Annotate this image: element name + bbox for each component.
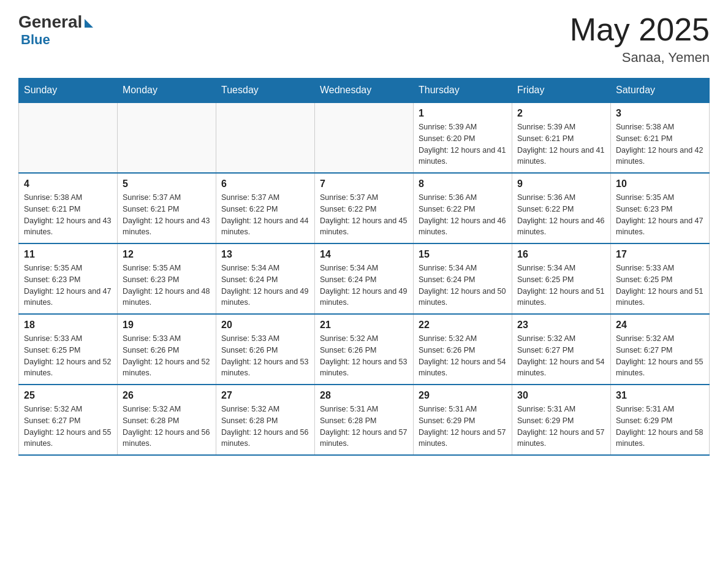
day-info: Sunrise: 5:32 AMSunset: 6:26 PMDaylight:…: [419, 333, 507, 379]
calendar-cell: 28Sunrise: 5:31 AMSunset: 6:28 PMDayligh…: [315, 385, 414, 455]
day-number: 23: [517, 320, 605, 331]
calendar-cell: 16Sunrise: 5:34 AMSunset: 6:25 PMDayligh…: [512, 243, 611, 314]
day-info: Sunrise: 5:37 AMSunset: 6:22 PMDaylight:…: [320, 192, 408, 238]
day-number: 31: [616, 390, 704, 401]
calendar-week-row: 25Sunrise: 5:32 AMSunset: 6:27 PMDayligh…: [19, 385, 710, 455]
calendar-cell: 9Sunrise: 5:36 AMSunset: 6:22 PMDaylight…: [512, 173, 611, 243]
day-number: 30: [517, 390, 605, 401]
day-number: 4: [24, 178, 112, 190]
calendar-day-header: Thursday: [414, 79, 512, 103]
calendar-cell: 8Sunrise: 5:36 AMSunset: 6:22 PMDaylight…: [414, 173, 512, 243]
day-number: 18: [24, 320, 112, 331]
day-number: 26: [123, 390, 211, 401]
calendar-cell: 5Sunrise: 5:37 AMSunset: 6:21 PMDaylight…: [118, 173, 216, 243]
calendar-cell: [19, 102, 118, 173]
calendar-day-header: Friday: [512, 79, 611, 103]
day-info: Sunrise: 5:31 AMSunset: 6:28 PMDaylight:…: [320, 404, 408, 450]
day-number: 17: [616, 249, 704, 260]
day-number: 28: [320, 390, 408, 401]
day-info: Sunrise: 5:35 AMSunset: 6:23 PMDaylight:…: [24, 262, 112, 308]
day-number: 5: [123, 178, 211, 190]
day-number: 10: [616, 178, 704, 190]
month-title: May 2025: [570, 12, 710, 47]
calendar-cell: 26Sunrise: 5:32 AMSunset: 6:28 PMDayligh…: [118, 385, 216, 455]
calendar-day-header: Wednesday: [315, 79, 414, 103]
day-number: 6: [221, 178, 309, 190]
day-info: Sunrise: 5:32 AMSunset: 6:28 PMDaylight:…: [221, 404, 309, 450]
day-number: 24: [616, 320, 704, 331]
day-number: 1: [419, 108, 507, 119]
calendar-cell: 13Sunrise: 5:34 AMSunset: 6:24 PMDayligh…: [216, 243, 315, 314]
day-number: 9: [517, 178, 605, 190]
location-subtitle: Sanaa, Yemen: [570, 50, 710, 66]
day-number: 2: [517, 108, 605, 119]
day-info: Sunrise: 5:33 AMSunset: 6:26 PMDaylight:…: [221, 333, 309, 379]
day-number: 19: [123, 320, 211, 331]
day-number: 20: [221, 320, 309, 331]
calendar-cell: 2Sunrise: 5:39 AMSunset: 6:21 PMDaylight…: [512, 102, 611, 173]
day-info: Sunrise: 5:33 AMSunset: 6:25 PMDaylight:…: [24, 333, 112, 379]
calendar-cell: 7Sunrise: 5:37 AMSunset: 6:22 PMDaylight…: [315, 173, 414, 243]
calendar-week-row: 18Sunrise: 5:33 AMSunset: 6:25 PMDayligh…: [19, 314, 710, 385]
calendar-week-row: 4Sunrise: 5:38 AMSunset: 6:21 PMDaylight…: [19, 173, 710, 243]
calendar-week-row: 1Sunrise: 5:39 AMSunset: 6:20 PMDaylight…: [19, 102, 710, 173]
logo-general-text: General: [18, 12, 82, 32]
calendar-cell: 15Sunrise: 5:34 AMSunset: 6:24 PMDayligh…: [414, 243, 512, 314]
logo-blue-text: Blue: [21, 32, 50, 48]
day-info: Sunrise: 5:34 AMSunset: 6:25 PMDaylight:…: [517, 262, 605, 308]
logo: General Blue: [18, 12, 93, 48]
day-info: Sunrise: 5:31 AMSunset: 6:29 PMDaylight:…: [616, 404, 704, 450]
calendar-cell: [216, 102, 315, 173]
logo-arrow-icon: [85, 19, 93, 28]
day-info: Sunrise: 5:31 AMSunset: 6:29 PMDaylight:…: [419, 404, 507, 450]
day-number: 3: [616, 108, 704, 119]
day-number: 29: [419, 390, 507, 401]
calendar-cell: 18Sunrise: 5:33 AMSunset: 6:25 PMDayligh…: [19, 314, 118, 385]
calendar-header-row: SundayMondayTuesdayWednesdayThursdayFrid…: [19, 79, 710, 103]
calendar-cell: [118, 102, 216, 173]
title-section: May 2025 Sanaa, Yemen: [570, 12, 710, 66]
calendar-cell: 17Sunrise: 5:33 AMSunset: 6:25 PMDayligh…: [611, 243, 710, 314]
day-info: Sunrise: 5:31 AMSunset: 6:29 PMDaylight:…: [517, 404, 605, 450]
day-info: Sunrise: 5:39 AMSunset: 6:20 PMDaylight:…: [419, 121, 507, 167]
calendar-cell: 11Sunrise: 5:35 AMSunset: 6:23 PMDayligh…: [19, 243, 118, 314]
day-number: 27: [221, 390, 309, 401]
day-info: Sunrise: 5:37 AMSunset: 6:22 PMDaylight:…: [221, 192, 309, 238]
day-number: 22: [419, 320, 507, 331]
calendar-cell: 22Sunrise: 5:32 AMSunset: 6:26 PMDayligh…: [414, 314, 512, 385]
day-number: 15: [419, 249, 507, 260]
day-info: Sunrise: 5:33 AMSunset: 6:26 PMDaylight:…: [123, 333, 211, 379]
day-info: Sunrise: 5:38 AMSunset: 6:21 PMDaylight:…: [616, 121, 704, 167]
day-number: 13: [221, 249, 309, 260]
day-info: Sunrise: 5:35 AMSunset: 6:23 PMDaylight:…: [123, 262, 211, 308]
calendar-cell: 25Sunrise: 5:32 AMSunset: 6:27 PMDayligh…: [19, 385, 118, 455]
calendar-cell: 3Sunrise: 5:38 AMSunset: 6:21 PMDaylight…: [611, 102, 710, 173]
day-info: Sunrise: 5:32 AMSunset: 6:26 PMDaylight:…: [320, 333, 408, 379]
day-info: Sunrise: 5:38 AMSunset: 6:21 PMDaylight:…: [24, 192, 112, 238]
day-number: 8: [419, 178, 507, 190]
calendar-cell: 23Sunrise: 5:32 AMSunset: 6:27 PMDayligh…: [512, 314, 611, 385]
calendar-cell: 10Sunrise: 5:35 AMSunset: 6:23 PMDayligh…: [611, 173, 710, 243]
calendar-cell: 21Sunrise: 5:32 AMSunset: 6:26 PMDayligh…: [315, 314, 414, 385]
calendar-cell: 20Sunrise: 5:33 AMSunset: 6:26 PMDayligh…: [216, 314, 315, 385]
calendar-cell: 12Sunrise: 5:35 AMSunset: 6:23 PMDayligh…: [118, 243, 216, 314]
calendar-cell: 30Sunrise: 5:31 AMSunset: 6:29 PMDayligh…: [512, 385, 611, 455]
calendar-cell: 27Sunrise: 5:32 AMSunset: 6:28 PMDayligh…: [216, 385, 315, 455]
calendar-cell: 6Sunrise: 5:37 AMSunset: 6:22 PMDaylight…: [216, 173, 315, 243]
calendar-cell: 14Sunrise: 5:34 AMSunset: 6:24 PMDayligh…: [315, 243, 414, 314]
day-number: 21: [320, 320, 408, 331]
day-info: Sunrise: 5:32 AMSunset: 6:27 PMDaylight:…: [24, 404, 112, 450]
calendar-cell: 24Sunrise: 5:32 AMSunset: 6:27 PMDayligh…: [611, 314, 710, 385]
calendar-cell: 4Sunrise: 5:38 AMSunset: 6:21 PMDaylight…: [19, 173, 118, 243]
day-info: Sunrise: 5:34 AMSunset: 6:24 PMDaylight:…: [221, 262, 309, 308]
calendar-cell: 29Sunrise: 5:31 AMSunset: 6:29 PMDayligh…: [414, 385, 512, 455]
day-info: Sunrise: 5:32 AMSunset: 6:27 PMDaylight:…: [517, 333, 605, 379]
page-header: General Blue May 2025 Sanaa, Yemen: [18, 12, 710, 66]
calendar-day-header: Sunday: [19, 79, 118, 103]
day-number: 14: [320, 249, 408, 260]
day-number: 16: [517, 249, 605, 260]
day-info: Sunrise: 5:39 AMSunset: 6:21 PMDaylight:…: [517, 121, 605, 167]
calendar-day-header: Monday: [118, 79, 216, 103]
calendar-day-header: Tuesday: [216, 79, 315, 103]
day-number: 25: [24, 390, 112, 401]
